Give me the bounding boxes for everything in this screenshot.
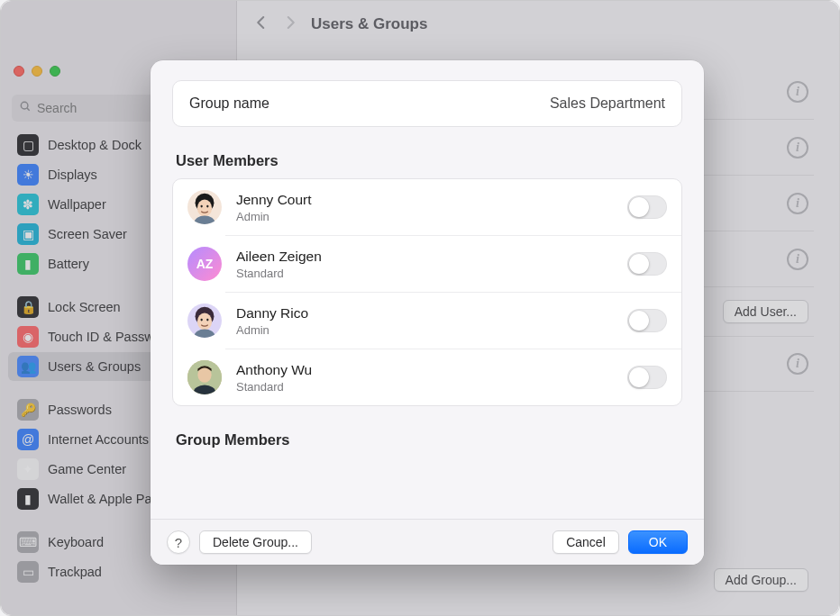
user-members-list: Jenny CourtAdminAZAileen ZeigenStandardD… [172, 178, 682, 406]
member-name: Aileen Zeigen [236, 249, 322, 265]
sheet-body: Group name Sales Department User Members… [151, 60, 704, 519]
member-row: Danny RicoAdmin [173, 293, 681, 349]
group-name-value: Sales Department [550, 95, 665, 112]
svg-point-4 [201, 205, 203, 208]
avatar [187, 360, 222, 394]
member-role: Standard [236, 380, 312, 394]
help-button[interactable]: ? [167, 530, 190, 554]
group-members-heading: Group Members [176, 431, 680, 448]
svg-point-11 [195, 330, 215, 339]
svg-point-6 [195, 216, 215, 225]
member-toggle[interactable] [627, 366, 667, 389]
member-role: Standard [236, 267, 322, 280]
cancel-button[interactable]: Cancel [552, 530, 619, 554]
member-role: Admin [236, 323, 308, 337]
avatar: AZ [187, 247, 222, 281]
svg-point-10 [206, 319, 208, 322]
member-toggle[interactable] [627, 309, 667, 332]
avatar [187, 190, 222, 224]
user-members-heading: User Members [176, 152, 680, 169]
member-row: Anthony WuStandard [173, 349, 681, 405]
member-row: Jenny CourtAdmin [173, 179, 681, 235]
group-name-label: Group name [189, 95, 269, 112]
system-settings-window: ▢Desktop & Dock☀Displays✽Wallpaper▣Scree… [0, 0, 840, 616]
member-name: Jenny Court [236, 192, 312, 208]
member-name: Anthony Wu [236, 362, 312, 378]
svg-point-5 [206, 205, 208, 208]
delete-group-button[interactable]: Delete Group... [199, 530, 312, 554]
member-row: AZAileen ZeigenStandard [173, 236, 681, 292]
avatar [187, 303, 222, 338]
member-name: Danny Rico [236, 305, 308, 322]
member-role: Admin [236, 210, 312, 223]
svg-point-8 [197, 313, 212, 330]
member-toggle[interactable] [627, 252, 667, 276]
svg-point-3 [197, 199, 212, 216]
group-name-row[interactable]: Group name Sales Department [172, 80, 682, 127]
group-settings-sheet: Group name Sales Department User Members… [151, 60, 704, 565]
sheet-footer: ? Delete Group... Cancel OK [151, 519, 704, 565]
member-toggle[interactable] [627, 195, 667, 219]
svg-point-9 [201, 319, 203, 322]
ok-button[interactable]: OK [628, 530, 688, 554]
